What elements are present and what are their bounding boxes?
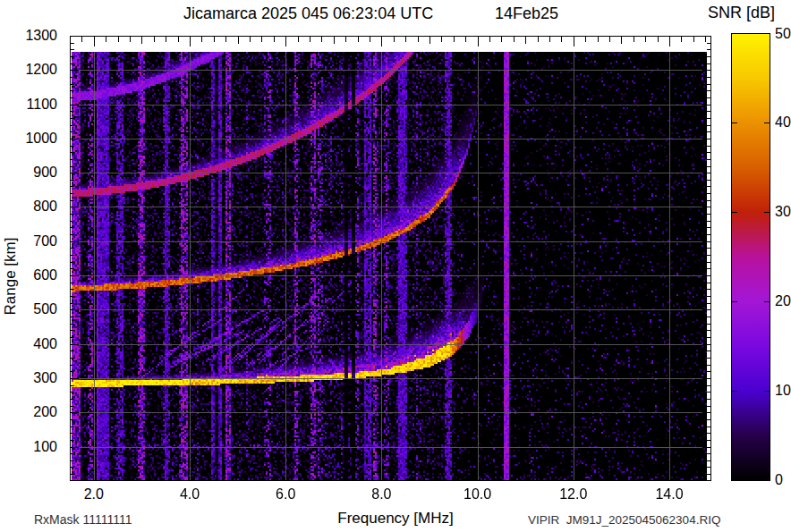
y-axis-left-tick	[71, 56, 74, 57]
x-axis-top-tick	[118, 37, 119, 42]
x-axis-tick-label: 10.0	[458, 486, 498, 502]
x-axis-top-tick	[693, 37, 694, 42]
y-axis-right-tick	[707, 221, 710, 222]
x-axis-top-tick	[514, 37, 515, 42]
x-axis-top-tick	[166, 37, 166, 42]
y-axis-left-tick	[71, 309, 79, 310]
x-axis-top-tick	[538, 37, 539, 42]
y-axis-left-tick	[71, 303, 74, 304]
y-axis-tick-label: 300	[16, 370, 57, 386]
x-axis-top-tick	[705, 37, 706, 42]
y-axis-right-tick	[702, 241, 710, 242]
y-axis-right-tick	[707, 317, 710, 317]
x-axis-top-tick	[574, 37, 574, 46]
y-axis-right-tick	[707, 84, 710, 85]
y-axis-left-tick	[71, 43, 74, 44]
x-axis-top-tick	[585, 37, 586, 42]
x-axis-top-tick	[681, 37, 682, 42]
y-axis-right-tick	[707, 125, 710, 126]
y-axis-left-tick	[71, 139, 79, 139]
colorbar-tick-label: 40	[775, 114, 791, 131]
y-axis-left-tick	[71, 221, 74, 222]
y-axis-right-tick	[707, 268, 710, 269]
y-axis-right-tick	[707, 193, 710, 194]
x-axis-top-tick	[634, 37, 634, 42]
file-id-text: VIPIR JM91J_2025045062304.RIQ	[528, 513, 720, 527]
x-axis-top-tick	[345, 37, 346, 42]
y-axis-left-tick	[71, 241, 79, 242]
y-axis-left-tick	[71, 146, 74, 147]
y-axis-right-tick	[707, 350, 710, 351]
y-axis-left-tick	[71, 406, 74, 407]
y-axis-tick-label: 700	[16, 233, 57, 249]
y-axis-left-tick	[71, 433, 74, 434]
y-axis-right-tick	[702, 309, 710, 310]
y-axis-right-tick	[707, 385, 710, 386]
y-axis-right-tick	[702, 105, 710, 106]
y-axis-left-tick	[71, 392, 74, 393]
y-axis-left-tick	[71, 283, 74, 283]
x-axis-tick-label: 6.0	[266, 486, 305, 502]
y-axis-right-tick	[707, 324, 710, 325]
y-axis-right-tick	[707, 200, 710, 201]
y-axis-right-tick	[707, 234, 710, 235]
y-axis-right-tick	[707, 180, 710, 181]
x-axis-top-tick	[669, 37, 670, 46]
y-axis-left-tick	[71, 289, 74, 290]
y-axis-left-tick	[71, 419, 74, 420]
colorbar-tick	[764, 122, 770, 123]
title-date: 14Feb25	[495, 4, 558, 23]
x-axis-top-tick	[609, 37, 610, 42]
y-axis-left-tick	[71, 426, 74, 427]
x-axis-top-tick	[454, 37, 455, 42]
x-axis-top-tick	[525, 37, 526, 44]
y-axis-right-tick	[707, 255, 710, 256]
y-axis-left-tick	[71, 63, 74, 64]
x-axis-tick-label: 2.0	[74, 486, 114, 502]
y-axis-left-tick	[71, 262, 74, 263]
x-axis-top-tick	[274, 37, 275, 42]
x-axis-top-tick	[310, 37, 310, 42]
x-axis-top-tick	[598, 37, 599, 42]
y-axis-left-tick	[71, 337, 74, 338]
colorbar-tick-label: 10	[775, 383, 791, 399]
x-axis-top-tick	[501, 37, 502, 42]
x-axis-tick-label: 8.0	[361, 486, 401, 502]
x-axis-top-tick	[430, 37, 430, 44]
y-axis-left-tick	[71, 49, 74, 50]
y-axis-left-tick	[71, 131, 74, 132]
y-axis-left-tick	[71, 371, 74, 372]
colorbar-tick-label: 0	[775, 472, 783, 488]
x-axis-top-tick	[261, 37, 262, 42]
y-axis-right-tick	[707, 371, 710, 372]
y-axis-left-tick	[71, 467, 74, 468]
y-axis-left-tick	[71, 399, 74, 400]
colorbar-tick-label: 50	[775, 26, 791, 42]
y-axis-right-tick	[707, 358, 710, 359]
x-axis-top-tick	[358, 37, 359, 42]
y-axis-right-tick	[707, 474, 710, 475]
y-axis-left-tick	[71, 186, 74, 187]
x-axis-top-tick	[621, 37, 622, 44]
y-axis-left-tick	[71, 152, 74, 153]
y-axis-tick-label: 600	[16, 267, 57, 283]
y-axis-right-tick	[707, 227, 710, 228]
x-axis-top-tick	[190, 37, 191, 46]
y-axis-left-tick	[71, 193, 74, 194]
x-axis-tick-label: 12.0	[554, 486, 593, 502]
x-axis-top-tick	[201, 37, 202, 42]
y-axis-right-tick	[702, 378, 710, 379]
x-axis-top-tick	[94, 37, 95, 46]
y-axis-left-tick	[71, 200, 74, 201]
x-axis-tick-label: 4.0	[170, 486, 209, 502]
y-axis-right-tick	[707, 303, 710, 304]
y-axis-right-tick	[707, 262, 710, 263]
y-axis-right-tick	[702, 173, 710, 173]
x-axis-top-tick	[394, 37, 395, 42]
y-axis-right-tick	[707, 146, 710, 147]
y-axis-right-tick	[707, 166, 710, 167]
y-axis-right-tick	[707, 433, 710, 434]
y-axis-right-tick	[707, 77, 710, 78]
y-axis-left-tick	[71, 350, 74, 351]
y-axis-right-tick	[707, 467, 710, 468]
